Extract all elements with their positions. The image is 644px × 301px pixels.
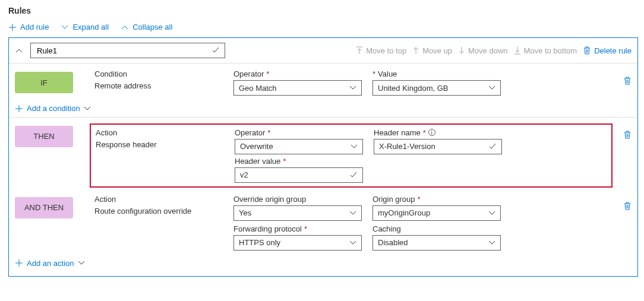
action2-value: Route configuration override (94, 205, 223, 216)
add-condition-label: Add a condition (27, 104, 80, 113)
delete-rule-button[interactable]: Delete rule (583, 46, 632, 55)
add-action-button[interactable]: Add an action (15, 254, 85, 269)
value-select[interactable]: United Kingdom, GB (372, 80, 501, 96)
forwarding-protocol-label: Forwarding protocol * (233, 224, 362, 233)
move-to-bottom-button: Move to bottom (514, 46, 577, 55)
operator-select[interactable]: Geo Match (233, 80, 362, 96)
caching-select[interactable]: Disabled (372, 235, 501, 251)
delete-action-button[interactable] (623, 131, 632, 139)
action-operator-select[interactable]: Overwrite (235, 139, 363, 154)
toolbar: Add rule Expand all Collapse all (8, 19, 638, 37)
forwarding-protocol-value: HTTPS only (239, 238, 280, 247)
value-label: *Value (372, 69, 501, 78)
move-down-button: Move down (458, 46, 507, 55)
check-icon (488, 143, 497, 150)
chevron-down-icon (349, 211, 356, 216)
rule-container: Move to top Move up Move down Move to bo… (8, 37, 638, 277)
origin-group-select[interactable]: myOriginGroup (372, 205, 501, 221)
header-value-value: v2 (240, 170, 248, 179)
override-origin-value: Yes (239, 208, 251, 217)
action-value: Response header (96, 139, 224, 149)
header-value-input[interactable]: v2 (235, 167, 363, 183)
highlight-box: Action Response header Operator * Overwr… (90, 123, 613, 188)
action-operator-label: Operator * (235, 128, 363, 137)
condition-row: IF Condition Remote address Operator * G… (15, 66, 632, 99)
if-badge: IF (15, 72, 73, 93)
rule-name-input[interactable] (30, 43, 225, 58)
header-name-value: X-Rule1-Version (379, 142, 435, 151)
expand-all-label: Expand all (72, 23, 109, 31)
action-label: Action (96, 128, 224, 137)
info-icon[interactable]: i (428, 129, 435, 136)
operator-label: Operator * (233, 69, 362, 78)
move-up-button: Move up (412, 46, 452, 55)
action2-label: Action (94, 195, 223, 204)
move-down-label: Move down (468, 46, 507, 55)
add-condition-button[interactable]: Add a condition (15, 99, 91, 114)
header-name-label: Header name * i (374, 128, 502, 137)
expand-all-button[interactable]: Expand all (61, 23, 109, 31)
check-icon (349, 172, 358, 179)
caching-label: Caching (372, 224, 501, 233)
section-title: Rules (8, 6, 638, 15)
caching-value: Disabled (378, 238, 408, 247)
check-icon (211, 47, 220, 54)
move-to-top-label: Move to top (366, 46, 406, 55)
condition-value: Remote address (94, 80, 223, 90)
add-rule-button[interactable]: Add rule (8, 23, 49, 31)
action-row-andthen: AND THEN Action Route configuration over… (15, 191, 632, 254)
header-value-label: Header value * (235, 157, 363, 166)
add-rule-label: Add rule (20, 23, 49, 31)
rule-name-field[interactable] (36, 46, 211, 56)
chevron-up-icon (121, 24, 129, 30)
andthen-badge: AND THEN (15, 197, 73, 218)
chevron-down-icon (488, 211, 495, 216)
move-to-top-button: Move to top (356, 46, 406, 55)
origin-group-label: Origin group * (372, 195, 501, 204)
move-to-bottom-label: Move to bottom (524, 46, 577, 55)
collapse-rule-button[interactable] (15, 47, 24, 53)
plus-icon (8, 23, 17, 31)
action-row-then: THEN Action Response header Operator * (15, 120, 632, 191)
add-action-label: Add an action (27, 259, 74, 268)
chevron-down-icon (78, 261, 85, 265)
override-origin-label: Override origin group (233, 195, 362, 204)
origin-group-value: myOriginGroup (378, 208, 430, 217)
operator-select-value: Geo Match (239, 84, 277, 93)
plus-icon (15, 259, 23, 267)
delete-condition-button[interactable] (623, 77, 632, 85)
chevron-down-icon (488, 240, 495, 245)
collapse-all-button[interactable]: Collapse all (121, 23, 172, 31)
plus-icon (15, 104, 23, 113)
chevron-down-icon (84, 106, 91, 111)
forwarding-protocol-select[interactable]: HTTPS only (233, 235, 362, 251)
collapse-all-label: Collapse all (132, 23, 172, 31)
header-name-input[interactable]: X-Rule1-Version (374, 139, 502, 154)
delete-rule-label: Delete rule (594, 46, 632, 55)
chevron-down-icon (349, 85, 356, 90)
value-select-value: United Kingdom, GB (378, 84, 449, 93)
condition-label: Condition (94, 69, 223, 78)
then-badge: THEN (15, 126, 73, 147)
action-operator-value: Overwrite (240, 142, 273, 151)
chevron-down-icon (349, 240, 356, 245)
rule-body: IF Condition Remote address Operator * G… (9, 64, 637, 276)
move-up-label: Move up (422, 46, 452, 55)
delete-action2-button[interactable] (623, 202, 632, 210)
chevron-down-icon (488, 85, 495, 90)
chevron-down-icon (351, 144, 358, 149)
rule-header: Move to top Move up Move down Move to bo… (9, 38, 637, 64)
override-origin-select[interactable]: Yes (233, 205, 362, 221)
chevron-down-icon (61, 24, 69, 30)
